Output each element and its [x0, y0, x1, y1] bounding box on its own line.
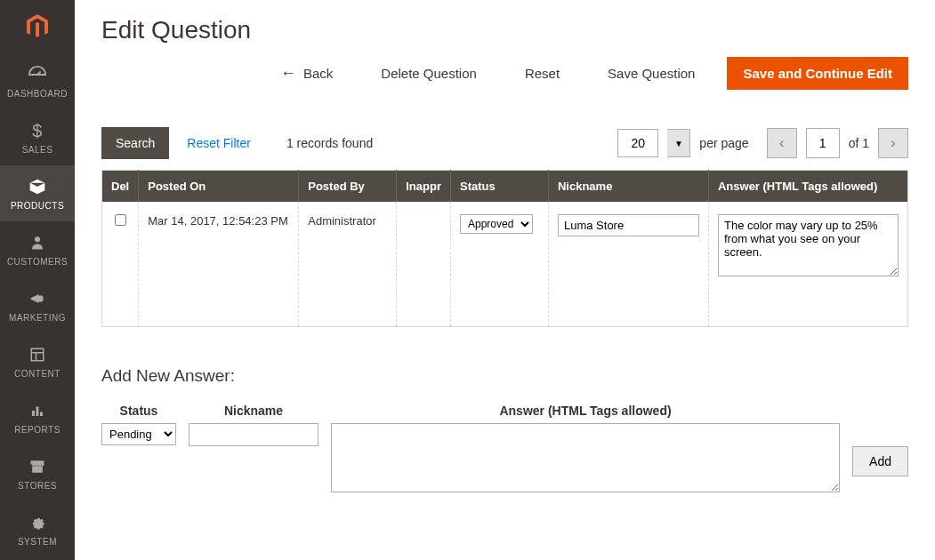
sidebar-item-reports[interactable]: REPORTS — [0, 389, 75, 445]
chevron-down-icon: ▼ — [674, 139, 683, 148]
col-header-answer[interactable]: Answer (HTML Tags allowed) — [708, 171, 907, 203]
row-nickname-input[interactable] — [558, 214, 699, 236]
cell-posted-by: Administrator — [299, 202, 397, 326]
sidebar-item-label: DASHBOARD — [7, 89, 68, 99]
search-button[interactable]: Search — [101, 127, 169, 159]
add-answer-title: Add New Answer: — [101, 366, 908, 386]
page-actions: ← Back Delete Question Reset Save Questi… — [101, 55, 908, 92]
sidebar-item-marketing[interactable]: MARKETING — [0, 277, 75, 333]
sidebar-item-label: PRODUCTS — [11, 201, 64, 211]
new-status-select[interactable]: Pending — [101, 423, 176, 445]
per-page-dropdown[interactable]: ▼ — [667, 129, 690, 157]
sidebar-item-label: SYSTEM — [18, 537, 57, 547]
sidebar-item-sales[interactable]: $ SALES — [0, 109, 75, 165]
records-found-label: 1 records found — [286, 136, 373, 150]
delete-checkbox[interactable] — [115, 214, 126, 226]
save-continue-button[interactable]: Save and Continue Edit — [727, 57, 908, 90]
svg-point-1 — [35, 236, 40, 242]
nickname-field-label: Nickname — [224, 404, 283, 418]
add-answer-form: Status Pending Nickname Answer (HTML Tag… — [101, 404, 908, 492]
sidebar-item-customers[interactable]: CUSTOMERS — [0, 221, 75, 277]
sidebar-item-label: CUSTOMERS — [7, 257, 68, 267]
main-content: Edit Question ← Back Delete Question Res… — [75, 0, 935, 560]
answer-field-label: Answer (HTML Tags allowed) — [499, 404, 671, 418]
dollar-icon: $ — [27, 120, 48, 141]
back-button-label: Back — [303, 66, 333, 81]
page-of-label: of 1 — [849, 136, 869, 150]
new-nickname-input[interactable] — [189, 423, 318, 446]
sidebar-item-label: SALES — [22, 145, 53, 155]
chevron-right-icon: › — [891, 135, 895, 151]
cell-inappr — [397, 202, 451, 326]
reset-button[interactable]: Reset — [509, 57, 576, 90]
page-number-input[interactable] — [806, 128, 840, 158]
sidebar-item-dashboard[interactable]: DASHBOARD — [0, 53, 75, 109]
svg-rect-7 — [40, 412, 43, 417]
grid-toolbar: Search Reset Filter 1 records found ▼ pe… — [101, 127, 908, 159]
magento-logo[interactable] — [0, 0, 75, 53]
per-page-control: ▼ per page — [617, 129, 748, 157]
per-page-label: per page — [699, 136, 748, 150]
admin-sidebar: DASHBOARD $ SALES PRODUCTS CUSTOMERS MAR… — [0, 0, 75, 560]
svg-rect-6 — [36, 407, 39, 417]
prev-page-button[interactable]: ‹ — [767, 128, 797, 158]
sidebar-item-products[interactable]: PRODUCTS — [0, 165, 75, 221]
per-page-input[interactable] — [617, 129, 658, 157]
person-icon — [27, 232, 48, 253]
sidebar-item-system[interactable]: SYSTEM — [0, 501, 75, 557]
add-button[interactable]: Add — [852, 446, 908, 476]
cube-icon — [27, 176, 48, 197]
reset-filter-link[interactable]: Reset Filter — [187, 136, 251, 150]
delete-question-button[interactable]: Delete Question — [365, 57, 493, 90]
col-header-inappr[interactable]: Inappr — [397, 171, 451, 203]
gear-icon — [27, 512, 48, 533]
status-field-label: Status — [120, 404, 158, 418]
table-row: Mar 14, 2017, 12:54:23 PM Administrator … — [102, 202, 908, 326]
row-answer-textarea[interactable]: The color may vary up to 25% from what y… — [718, 214, 899, 276]
page-title: Edit Question — [101, 16, 908, 44]
store-icon — [27, 456, 48, 477]
svg-rect-5 — [32, 411, 35, 416]
next-page-button[interactable]: › — [878, 128, 908, 158]
col-header-del[interactable]: Del — [102, 171, 139, 203]
new-answer-textarea[interactable] — [331, 423, 840, 492]
svg-rect-2 — [31, 348, 44, 361]
col-header-posted-on[interactable]: Posted On — [139, 171, 299, 203]
row-status-select[interactable]: Approved — [460, 214, 533, 234]
col-header-status[interactable]: Status — [450, 171, 548, 203]
bar-chart-icon — [27, 400, 48, 421]
layout-icon — [27, 344, 48, 365]
megaphone-icon — [27, 288, 48, 309]
sidebar-item-label: REPORTS — [14, 425, 60, 435]
col-header-nickname[interactable]: Nickname — [548, 171, 708, 203]
sidebar-item-label: STORES — [18, 481, 57, 491]
back-button[interactable]: ← Back — [264, 55, 349, 92]
save-question-button[interactable]: Save Question — [592, 57, 711, 90]
arrow-left-icon: ← — [280, 64, 296, 83]
pager: ‹ of 1 › — [767, 128, 908, 158]
chevron-left-icon: ‹ — [779, 135, 784, 151]
sidebar-item-content[interactable]: CONTENT — [0, 333, 75, 389]
answers-grid: Del Posted On Posted By Inappr Status Ni… — [101, 170, 908, 327]
sidebar-item-label: CONTENT — [14, 369, 60, 379]
col-header-posted-by[interactable]: Posted By — [299, 171, 397, 203]
cell-posted-on: Mar 14, 2017, 12:54:23 PM — [139, 202, 299, 326]
sidebar-item-label: MARKETING — [9, 313, 66, 323]
sidebar-item-stores[interactable]: STORES — [0, 445, 75, 501]
gauge-icon — [27, 64, 48, 85]
